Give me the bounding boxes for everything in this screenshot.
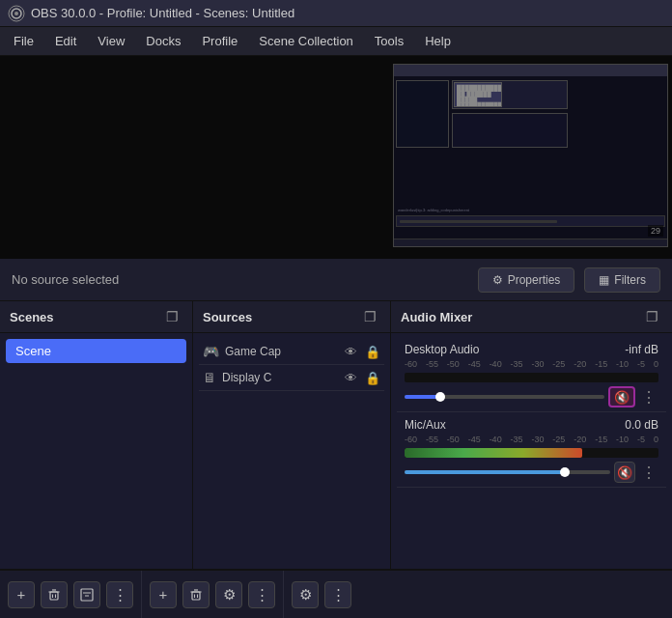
add-scene-button[interactable]: + <box>8 581 35 608</box>
desktop-audio-label: Desktop Audio <box>405 343 479 356</box>
gamepad-icon: 🎮 <box>203 344 219 359</box>
preview-area: ████████████████ ██████ ████████████████… <box>0 56 672 259</box>
audio-panel-header: Audio Mixer ❐ <box>391 301 672 333</box>
delete-source-button[interactable] <box>182 581 210 608</box>
obs-logo-icon <box>8 5 25 22</box>
titlebar: OBS 30.0.0 - Profile: Untitled - Scenes:… <box>0 0 672 27</box>
desktop-audio-controls: 🔇 ⋮ <box>405 386 658 407</box>
bottom-toolbar: + ⋮ + <box>0 570 672 618</box>
svg-rect-11 <box>192 592 200 600</box>
properties-button[interactable]: ⚙ Properties <box>478 267 575 293</box>
source-item-gamecap[interactable]: 🎮 Game Cap 👁 🔒 <box>199 339 384 365</box>
panels-row: Scenes ❐ Scene Sources ❐ 🎮 Game Cap 👁 🔒 … <box>0 301 672 570</box>
menu-scene-collection[interactable]: Scene Collection <box>249 30 363 52</box>
sources-more-button[interactable]: ⋮ <box>248 581 275 608</box>
micaux-more-button[interactable]: ⋮ <box>639 462 658 483</box>
window-title: OBS 30.0.0 - Profile: Untitled - Scenes:… <box>31 6 294 20</box>
menu-tools[interactable]: Tools <box>365 30 413 52</box>
source-lock-icon-0[interactable]: 🔒 <box>365 345 380 359</box>
micaux-audio-controls: 🔇 ⋮ <box>405 462 658 483</box>
gear-icon: ⚙ <box>492 273 503 287</box>
menubar: File Edit View Docks Profile Scene Colle… <box>0 27 672 56</box>
filter-icon <box>80 588 94 602</box>
scenes-panel-header: Scenes ❐ <box>0 301 192 333</box>
mute-icon: 🔇 <box>614 390 630 405</box>
desktop-audio-meter <box>405 373 658 382</box>
filters-button[interactable]: ▦ Filters <box>584 267 660 293</box>
svg-rect-3 <box>50 592 58 600</box>
monitor-icon: 🖥 <box>203 370 216 385</box>
svg-point-2 <box>14 12 18 15</box>
sources-panel-header: Sources ❐ <box>193 301 390 333</box>
menu-file[interactable]: File <box>4 30 43 52</box>
audio-panel: Audio Mixer ❐ Desktop Audio -inf dB -60-… <box>391 301 672 569</box>
scenes-panel-copy-icon[interactable]: ❐ <box>162 307 182 326</box>
audio-toolbar-section: ⚙ ⋮ <box>284 571 672 618</box>
sources-panel-copy-icon[interactable]: ❐ <box>360 307 380 326</box>
trash-icon <box>47 588 61 602</box>
audio-panel-copy-icon[interactable]: ❐ <box>642 307 662 326</box>
sources-panel: Sources ❐ 🎮 Game Cap 👁 🔒 🖥 Display C 👁 🔒 <box>193 301 391 569</box>
sources-panel-content: 🎮 Game Cap 👁 🔒 🖥 Display C 👁 🔒 <box>193 333 390 569</box>
properties-bar: No source selected ⚙ Properties ▦ Filter… <box>0 259 672 301</box>
micaux-db: 0.0 dB <box>625 418 658 432</box>
no-source-label: No source selected <box>12 272 468 287</box>
scenes-panel: Scenes ❐ Scene <box>0 301 193 569</box>
audio-track-desktop: Desktop Audio -inf dB -60-55-50-45-40-35… <box>397 337 666 412</box>
source-settings-button[interactable]: ⚙ <box>215 581 242 608</box>
scenes-panel-title: Scenes <box>10 310 54 324</box>
menu-edit[interactable]: Edit <box>45 30 86 52</box>
menu-profile[interactable]: Profile <box>192 30 247 52</box>
desktop-mute-button[interactable]: 🔇 <box>608 386 635 407</box>
source-item-displaycap[interactable]: 🖥 Display C 👁 🔒 <box>199 365 384 391</box>
micaux-audio-meter <box>405 448 658 458</box>
scene-item[interactable]: Scene <box>6 339 186 363</box>
audio-panel-content: Desktop Audio -inf dB -60-55-50-45-40-35… <box>391 333 672 569</box>
menu-docks[interactable]: Docks <box>136 30 190 52</box>
trash-icon-2 <box>189 588 203 602</box>
scenes-panel-content: Scene <box>0 333 192 569</box>
micaux-label: Mic/Aux <box>405 418 446 432</box>
audio-panel-title: Audio Mixer <box>401 310 472 324</box>
add-source-button[interactable]: + <box>150 581 177 608</box>
desktop-more-button[interactable]: ⋮ <box>639 386 658 407</box>
desktop-volume-slider[interactable] <box>405 390 604 404</box>
sources-panel-title: Sources <box>203 310 252 324</box>
micaux-mute-button[interactable]: 🔇 <box>614 462 635 483</box>
source-lock-icon-1[interactable]: 🔒 <box>365 371 380 385</box>
delete-scene-button[interactable] <box>41 581 68 608</box>
filter-icon: ▦ <box>599 273 609 287</box>
menu-view[interactable]: View <box>88 30 134 52</box>
source-eye-icon-1[interactable]: 👁 <box>345 371 357 385</box>
desktop-meter-labels: -60-55-50-45-40-35-30-25-20-15-10-50 <box>405 359 658 369</box>
scenes-more-button[interactable]: ⋮ <box>106 581 133 608</box>
desktop-audio-db: -inf dB <box>625 343 658 356</box>
audio-more-button[interactable]: ⋮ <box>324 581 351 608</box>
source-eye-icon-0[interactable]: 👁 <box>345 345 357 359</box>
svg-rect-8 <box>81 589 93 601</box>
audio-track-micaux: Mic/Aux 0.0 dB -60-55-50-45-40-35-30-25-… <box>397 412 666 488</box>
menu-help[interactable]: Help <box>415 30 461 52</box>
scene-filter-button[interactable] <box>73 581 100 608</box>
scenes-toolbar-section: + ⋮ <box>0 571 142 618</box>
sources-toolbar-section: + ⚙ ⋮ <box>142 571 284 618</box>
micaux-mute-icon: 🔇 <box>617 465 632 480</box>
micaux-volume-slider[interactable] <box>405 465 610 479</box>
preview-thumbnail: ████████████████ ██████ ████████████████… <box>393 64 668 247</box>
micaux-meter-labels: -60-55-50-45-40-35-30-25-20-15-10-50 <box>405 435 658 444</box>
audio-settings-button[interactable]: ⚙ <box>292 581 319 608</box>
